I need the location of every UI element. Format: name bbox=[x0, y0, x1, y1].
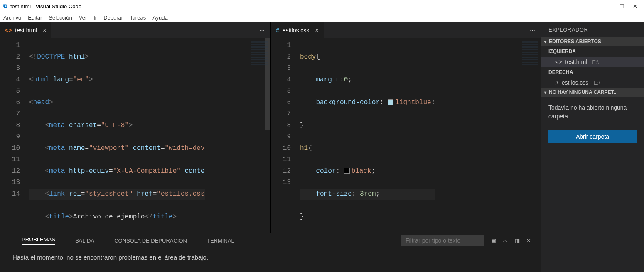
group-label-izquierda: IZQUIERDA bbox=[541, 46, 644, 57]
more-actions-icon[interactable]: ⋯ bbox=[259, 27, 265, 34]
split-editor-icon[interactable]: ◫ bbox=[248, 27, 253, 34]
panel-tab-salida[interactable]: SALIDA bbox=[75, 238, 94, 244]
menu-archivo[interactable]: Archivo bbox=[3, 15, 21, 21]
vscode-icon: ⧉ bbox=[3, 3, 7, 10]
collapse-all-icon[interactable]: ▣ bbox=[491, 238, 496, 244]
line-gutter: 1234567891011121314 bbox=[0, 38, 29, 233]
more-actions-icon[interactable]: ⋯ bbox=[530, 27, 535, 34]
color-swatch-lightblue bbox=[388, 99, 393, 105]
css-icon: # bbox=[555, 79, 558, 86]
html-icon: <> bbox=[5, 27, 12, 34]
explorer-sidebar: EXPLORADOR ▾ EDITORES ABIERTOS IZQUIERDA… bbox=[541, 22, 644, 272]
problems-message: Hasta el momento, no se encontraron prob… bbox=[0, 248, 541, 267]
menu-editar[interactable]: Editar bbox=[28, 15, 42, 21]
tab-label: test.html bbox=[15, 27, 37, 34]
editor-group-left: <> test.html × ◫ ⋯ 1234567891011121314 bbox=[0, 22, 270, 233]
sidebar-title: EXPLORADOR bbox=[541, 22, 644, 37]
line-gutter: 12345678910111213 bbox=[271, 38, 300, 233]
chevron-down-icon: ▾ bbox=[544, 90, 546, 95]
menu-tareas[interactable]: Tareas bbox=[130, 15, 146, 21]
editor-group-right: # estilos.css × ⋯ 12345678910111213 body… bbox=[270, 22, 541, 233]
tab-test-html[interactable]: <> test.html × bbox=[0, 22, 51, 38]
menu-ver[interactable]: Ver bbox=[79, 15, 87, 21]
chevron-up-icon[interactable]: ︿ bbox=[503, 237, 508, 244]
menu-seleccion[interactable]: Selección bbox=[49, 15, 72, 21]
open-editor-estilos-css[interactable]: # estilos.css E:\ bbox=[541, 78, 644, 88]
close-window-button[interactable]: ✕ bbox=[633, 3, 637, 10]
menu-ayuda[interactable]: Ayuda bbox=[152, 15, 168, 21]
title-bar: ⧉ test.html - Visual Studio Code ― ☐ ✕ bbox=[0, 0, 644, 12]
editor-left[interactable]: 1234567891011121314 <!DOCTYPE html> <htm… bbox=[0, 38, 270, 233]
panel-tab-terminal[interactable]: TERMINAL bbox=[207, 238, 234, 244]
toggle-layout-icon[interactable]: ◨ bbox=[515, 238, 520, 244]
menu-ir[interactable]: Ir bbox=[93, 15, 97, 21]
open-folder-button[interactable]: Abrir carpeta bbox=[548, 130, 637, 143]
problems-filter-input[interactable] bbox=[401, 235, 484, 246]
panel-tab-problemas[interactable]: PROBLEMAS bbox=[22, 236, 55, 245]
minimap[interactable] bbox=[251, 41, 268, 66]
close-icon[interactable]: × bbox=[43, 27, 46, 34]
window-title: test.html - Visual Studio Code bbox=[10, 3, 81, 10]
close-panel-icon[interactable]: ✕ bbox=[526, 238, 531, 244]
section-no-folder[interactable]: ▾ NO HAY NINGUNA CARPET... bbox=[541, 88, 644, 97]
bottom-panel: PROBLEMAS SALIDA CONSOLA DE DEPURACIÓN T… bbox=[0, 233, 541, 272]
color-swatch-black bbox=[344, 168, 350, 174]
menu-bar: Archivo Editar Selección Ver Ir Depurar … bbox=[0, 12, 644, 22]
minimap[interactable] bbox=[522, 41, 538, 66]
no-folder-message: Todavía no ha abierto ninguna carpeta. bbox=[541, 97, 644, 127]
minimize-button[interactable]: ― bbox=[606, 3, 611, 10]
group-label-derecha: DERECHA bbox=[541, 67, 644, 78]
tab-label: estilos.css bbox=[283, 27, 310, 34]
section-open-editors[interactable]: ▾ EDITORES ABIERTOS bbox=[541, 37, 644, 46]
close-icon[interactable]: × bbox=[315, 27, 318, 34]
editor-right[interactable]: 12345678910111213 body{ margin:0; backgr… bbox=[271, 38, 541, 233]
chevron-down-icon: ▾ bbox=[544, 39, 546, 44]
panel-tab-consola[interactable]: CONSOLA DE DEPURACIÓN bbox=[114, 238, 187, 244]
css-icon: # bbox=[276, 27, 279, 34]
open-editor-test-html[interactable]: <> test.html E:\ bbox=[541, 57, 644, 67]
html-icon: <> bbox=[555, 59, 562, 65]
maximize-button[interactable]: ☐ bbox=[619, 3, 624, 10]
menu-depurar[interactable]: Depurar bbox=[103, 15, 123, 21]
tab-estilos-css[interactable]: # estilos.css × bbox=[271, 22, 324, 38]
